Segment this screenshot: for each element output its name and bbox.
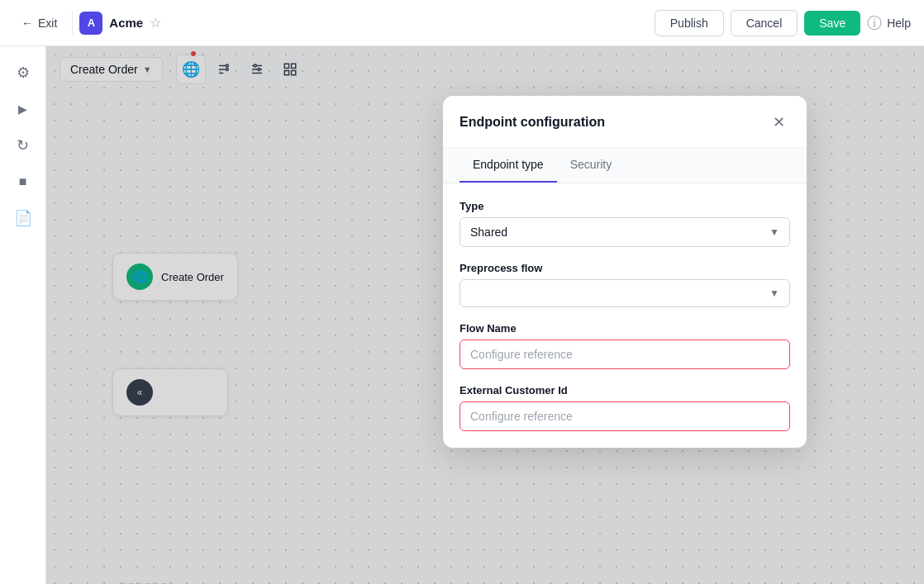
tab-security[interactable]: Security bbox=[557, 148, 626, 183]
publish-button[interactable]: Publish bbox=[655, 10, 724, 36]
modal-close-button[interactable]: ✕ bbox=[767, 111, 790, 134]
document-icon: 📄 bbox=[14, 209, 32, 227]
tab-endpoint-type[interactable]: Endpoint type bbox=[460, 148, 557, 183]
main-layout: ⚙ ▶ ↻ ■ 📄 Create Order ▼ 🌐 bbox=[0, 46, 924, 584]
modal-tabs: Endpoint type Security bbox=[443, 148, 807, 183]
canvas-area: Create Order ▼ 🌐 bbox=[46, 46, 924, 584]
topbar: ← Exit A Acme ☆ Publish Cancel Save ⓘ He… bbox=[0, 0, 924, 46]
history-icon: ↻ bbox=[17, 136, 29, 154]
help-circle-icon: ⓘ bbox=[867, 13, 882, 33]
external-customer-id-label: External Customer Id bbox=[460, 384, 790, 396]
app-name: Acme bbox=[109, 16, 143, 30]
play-icon: ▶ bbox=[18, 102, 27, 116]
external-customer-id-field-group: External Customer Id bbox=[460, 384, 790, 431]
help-button[interactable]: ⓘ Help bbox=[867, 13, 911, 33]
endpoint-configuration-modal: Endpoint configuration ✕ Endpoint type S… bbox=[443, 96, 807, 448]
type-select[interactable]: Shared ▼ bbox=[460, 217, 790, 247]
save-button[interactable]: Save bbox=[804, 11, 860, 36]
sidebar-item-document[interactable]: 📄 bbox=[7, 202, 40, 235]
favorite-star-icon[interactable]: ☆ bbox=[150, 15, 161, 31]
modal-header: Endpoint configuration ✕ bbox=[443, 96, 807, 148]
cancel-button[interactable]: Cancel bbox=[731, 10, 798, 36]
topbar-right: Publish Cancel Save ⓘ Help bbox=[655, 10, 911, 36]
back-arrow-icon: ← bbox=[21, 17, 33, 30]
type-select-chevron-icon: ▼ bbox=[769, 226, 779, 238]
flow-name-input[interactable] bbox=[460, 339, 790, 369]
type-field-group: Type Shared ▼ bbox=[460, 200, 790, 247]
table-icon: ■ bbox=[19, 174, 27, 189]
modal-body: Type Shared ▼ Preprocess flow ▼ bbox=[443, 183, 807, 448]
type-select-value: Shared bbox=[470, 226, 507, 239]
sidebar-item-table[interactable]: ■ bbox=[7, 165, 40, 198]
flow-name-label: Flow Name bbox=[460, 322, 790, 335]
sidebar-item-play[interactable]: ▶ bbox=[7, 93, 40, 126]
nav-divider bbox=[72, 12, 73, 35]
external-customer-id-input[interactable] bbox=[460, 401, 790, 431]
preprocess-flow-label: Preprocess flow bbox=[460, 262, 790, 274]
sidebar-item-settings[interactable]: ⚙ bbox=[7, 56, 40, 89]
exit-button[interactable]: ← Exit bbox=[13, 12, 65, 35]
preprocess-flow-field-group: Preprocess flow ▼ bbox=[460, 262, 790, 307]
preprocess-flow-chevron-icon: ▼ bbox=[769, 287, 779, 299]
flow-name-field-group: Flow Name bbox=[460, 322, 790, 369]
sidebar-item-history[interactable]: ↻ bbox=[7, 129, 40, 162]
modal-title: Endpoint configuration bbox=[460, 115, 605, 130]
sidebar: ⚙ ▶ ↻ ■ 📄 bbox=[0, 46, 46, 584]
topbar-left: ← Exit A Acme ☆ bbox=[13, 12, 161, 35]
exit-label: Exit bbox=[38, 17, 57, 30]
settings-icon: ⚙ bbox=[17, 64, 30, 82]
app-avatar: A bbox=[79, 12, 102, 35]
type-field-label: Type bbox=[460, 200, 790, 212]
preprocess-flow-select[interactable]: ▼ bbox=[460, 279, 790, 307]
